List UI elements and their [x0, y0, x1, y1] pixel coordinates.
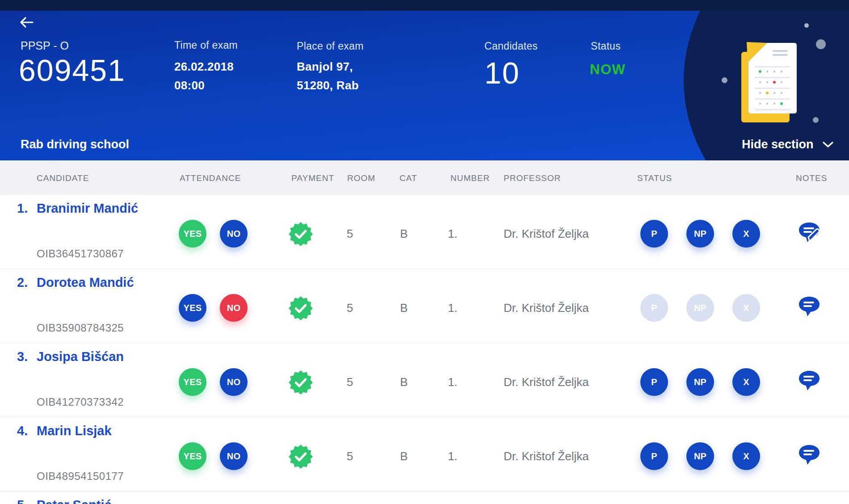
- status-pass-button[interactable]: P: [640, 442, 668, 470]
- place-of-exam-label: Place of exam: [297, 40, 364, 52]
- chevron-down-icon[interactable]: [822, 141, 834, 148]
- professor-name: Dr. Krištof Željka: [504, 375, 589, 389]
- room-value: 5: [338, 449, 361, 463]
- decor-dot: [804, 23, 809, 28]
- attendance-yes-button[interactable]: YES: [179, 368, 206, 396]
- column-status: STATUS: [637, 173, 672, 183]
- category-value: B: [392, 375, 416, 389]
- number-value: 1.: [441, 301, 464, 315]
- category-value: B: [392, 227, 416, 241]
- note-edit-icon[interactable]: [796, 221, 822, 244]
- payment-paid-icon[interactable]: [288, 296, 313, 321]
- note-icon[interactable]: [796, 369, 822, 392]
- exam-header: PPSP - O 609451 Time of exam 26.02.2018 …: [0, 0, 849, 160]
- note-icon[interactable]: [796, 443, 822, 466]
- school-name: Rab driving school: [21, 138, 129, 151]
- professor-name: Dr. Krištof Željka: [504, 301, 589, 315]
- status-pass-button[interactable]: P: [640, 368, 668, 396]
- status-label: Status: [591, 40, 621, 52]
- professor-name: Dr. Krištof Željka: [504, 227, 589, 241]
- attendance-yes-button[interactable]: YES: [179, 220, 206, 248]
- candidate-index: 2.: [17, 275, 28, 290]
- top-bar: [0, 0, 849, 11]
- candidate-oib: OIB41270373342: [37, 396, 124, 408]
- column-professor: PROFESSOR: [504, 173, 561, 183]
- candidate-name[interactable]: Petar Santić: [37, 498, 112, 504]
- category-value: B: [392, 449, 416, 463]
- candidate-oib: OIB48954150177: [37, 470, 124, 483]
- candidate-index: 5.: [17, 498, 28, 504]
- candidates-label: Candidates: [484, 40, 538, 52]
- column-attendance: ATTENDANCE: [180, 173, 241, 183]
- category-value: B: [392, 301, 416, 315]
- column-cat: CAT: [399, 173, 417, 183]
- payment-paid-icon[interactable]: [288, 444, 313, 469]
- column-notes: NOTES: [796, 173, 827, 183]
- exam-type-label: PPSP - O: [21, 39, 69, 52]
- number-value: 1.: [441, 227, 464, 241]
- status-notpass-button[interactable]: NP: [686, 220, 714, 248]
- exam-date: 26.02.2018: [174, 60, 234, 74]
- exam-hour: 08:00: [174, 79, 205, 92]
- attendance-no-button[interactable]: NO: [220, 442, 248, 470]
- status-badge: NOW: [590, 62, 626, 78]
- status-cancel-button[interactable]: X: [732, 220, 760, 248]
- exam-address-line2: 51280, Rab: [297, 79, 359, 92]
- decor-dot: [813, 117, 819, 123]
- candidate-row: 2. Dorotea Mandić OIB35908784325 YES NO …: [0, 269, 849, 343]
- candidate-row: 1. Branimir Mandić OIB36451730867 YES NO…: [0, 195, 849, 269]
- candidate-oib: OIB35908784325: [37, 322, 124, 334]
- column-candidate: CANDIDATE: [37, 173, 89, 183]
- time-of-exam-label: Time of exam: [174, 39, 238, 51]
- table-header: CANDIDATE ATTENDANCE PAYMENT ROOM CAT NU…: [0, 160, 849, 195]
- status-pass-button[interactable]: P: [640, 294, 668, 322]
- status-cancel-button[interactable]: X: [732, 442, 760, 470]
- number-value: 1.: [441, 449, 464, 463]
- room-value: 5: [338, 301, 361, 315]
- candidate-name[interactable]: Marin Lisjak: [37, 424, 112, 438]
- column-number: NUMBER: [450, 173, 490, 183]
- status-cancel-button[interactable]: X: [732, 294, 760, 322]
- number-value: 1.: [441, 375, 464, 389]
- payment-paid-icon[interactable]: [288, 222, 313, 247]
- attendance-no-button[interactable]: NO: [220, 220, 248, 248]
- status-cancel-button[interactable]: X: [732, 368, 760, 396]
- attendance-no-button[interactable]: NO: [220, 294, 248, 322]
- exam-id: 609451: [19, 53, 126, 88]
- room-value: 5: [338, 375, 361, 389]
- professor-name: Dr. Krištof Željka: [504, 449, 589, 463]
- status-notpass-button[interactable]: NP: [686, 442, 714, 470]
- candidate-index: 4.: [17, 424, 28, 438]
- status-pass-button[interactable]: P: [640, 220, 668, 248]
- attendance-no-button[interactable]: NO: [220, 368, 248, 396]
- hide-section-button[interactable]: Hide section: [742, 138, 814, 151]
- candidates-count: 10: [484, 55, 520, 90]
- attendance-yes-button[interactable]: YES: [179, 442, 206, 470]
- candidate-index: 1.: [17, 201, 28, 216]
- attendance-yes-button[interactable]: YES: [179, 294, 206, 322]
- exam-sheet-illustration: [735, 40, 802, 130]
- candidate-row: 4. Marin Lisjak OIB48954150177 YES NO 5 …: [0, 417, 849, 491]
- candidate-index: 3.: [17, 349, 28, 364]
- candidate-name[interactable]: Branimir Mandić: [37, 201, 138, 216]
- candidate-oib: OIB36451730867: [37, 248, 124, 260]
- candidate-row: 5. Petar Santić: [0, 491, 849, 504]
- status-notpass-button[interactable]: NP: [686, 294, 714, 322]
- decor-dot: [722, 77, 727, 83]
- back-arrow-icon[interactable]: [19, 16, 34, 29]
- candidate-name[interactable]: Dorotea Mandić: [37, 275, 134, 290]
- decor-dot: [816, 39, 826, 49]
- status-notpass-button[interactable]: NP: [686, 368, 714, 396]
- exam-address-line1: Banjol 97,: [297, 60, 353, 74]
- candidate-row: 3. Josipa Bišćan OIB41270373342 YES NO 5…: [0, 343, 849, 417]
- note-icon[interactable]: [796, 295, 822, 318]
- candidate-name[interactable]: Josipa Bišćan: [37, 349, 124, 364]
- column-payment: PAYMENT: [291, 173, 334, 183]
- payment-paid-icon[interactable]: [288, 370, 313, 395]
- room-value: 5: [338, 227, 361, 241]
- column-room: ROOM: [347, 173, 375, 183]
